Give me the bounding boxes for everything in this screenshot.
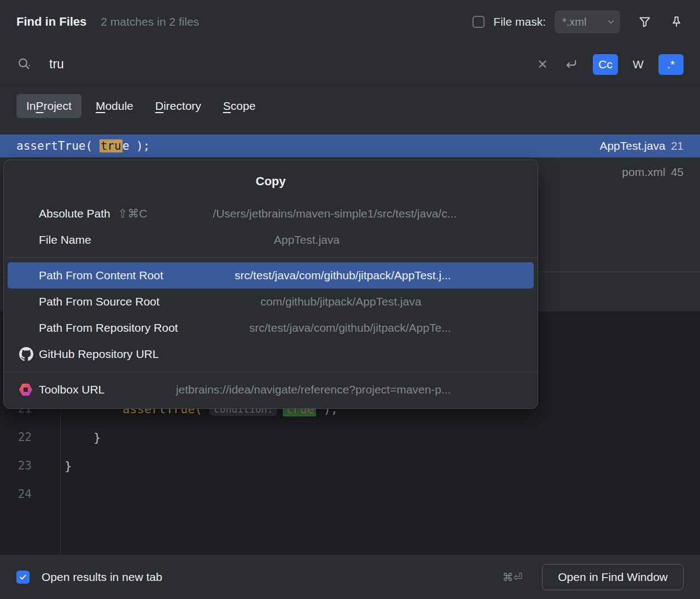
code-text: } bbox=[65, 459, 72, 473]
menu-item-value: /Users/jetbrains/maven-simple1/src/test/… bbox=[148, 207, 522, 220]
menu-item-value: src/test/java/com/github/jitpack/AppTe..… bbox=[178, 321, 522, 334]
menu-item-absolute-path[interactable]: Absolute Path ⇧⌘C /Users/jetbrains/maven… bbox=[4, 201, 538, 227]
menu-item-toolbox-url[interactable]: Toolbox URL jetbrains://idea/navigate/re… bbox=[4, 377, 538, 403]
file-mask-label: File mask: bbox=[493, 15, 546, 28]
result-location: pom.xml 45 bbox=[622, 166, 684, 179]
menu-item-path-from-repository-root[interactable]: Path From Repository Root src/test/java/… bbox=[4, 315, 538, 341]
menu-separator bbox=[4, 257, 538, 258]
menu-item-path-from-source-root[interactable]: Path From Source Root com/github/jitpack… bbox=[4, 289, 538, 315]
words-toggle[interactable]: W bbox=[626, 54, 651, 75]
menu-separator bbox=[4, 372, 538, 372]
find-in-files-dialog: Find in Files 2 matches in 2 files File … bbox=[0, 0, 700, 599]
code-line: 24 bbox=[0, 480, 700, 508]
file-mask-combobox[interactable]: *.xml bbox=[555, 10, 620, 33]
filter-icon[interactable] bbox=[638, 15, 652, 29]
dialog-title: Find in Files bbox=[16, 15, 86, 29]
search-icon[interactable] bbox=[16, 56, 33, 73]
menu-item-value: com/github/jitpack/AppTest.java bbox=[160, 295, 522, 308]
match-highlight: tru bbox=[100, 139, 122, 152]
regex-toggle[interactable]: .* bbox=[658, 54, 684, 75]
result-code: assertTrue( true ); bbox=[16, 139, 150, 152]
toolbox-icon bbox=[19, 383, 39, 396]
new-line-icon[interactable] bbox=[563, 57, 579, 72]
scope-tabs: In Project Module Directory Scope bbox=[0, 85, 700, 127]
menu-item-value: AppTest.java bbox=[91, 233, 522, 246]
scope-tab-in-project[interactable]: In Project bbox=[16, 94, 81, 118]
file-mask-value: *.xml bbox=[555, 16, 602, 28]
line-number: 24 bbox=[0, 488, 32, 501]
result-line-number: 21 bbox=[671, 139, 684, 152]
code-line: 22 } bbox=[0, 423, 700, 451]
result-file-label: AppTest.java bbox=[599, 139, 665, 152]
search-result-row-selected[interactable]: assertTrue( true ); AppTest.java 21 bbox=[0, 134, 700, 157]
menu-item-value: src/test/java/com/github/jitpack/AppTest… bbox=[164, 269, 522, 282]
shortcut-hint: ⌘⏎ bbox=[502, 571, 522, 584]
popup-title: Copy bbox=[4, 162, 538, 201]
menu-item-github-repository-url[interactable]: GitHub Repository URL bbox=[4, 341, 538, 367]
pin-icon[interactable] bbox=[669, 15, 684, 29]
shortcut-label: ⇧⌘C bbox=[118, 207, 148, 220]
open-results-label: Open results in new tab bbox=[42, 571, 162, 584]
match-summary: 2 matches in 2 files bbox=[101, 15, 199, 28]
menu-item-file-name[interactable]: File Name AppTest.java bbox=[4, 227, 538, 253]
clear-search-icon[interactable]: ✕ bbox=[537, 58, 548, 71]
search-input[interactable]: tru bbox=[49, 57, 64, 72]
file-mask-checkbox[interactable] bbox=[472, 16, 485, 28]
code-text: } bbox=[65, 431, 101, 444]
github-icon bbox=[19, 347, 39, 361]
title-bar: Find in Files 2 matches in 2 files File … bbox=[0, 0, 700, 44]
menu-item-path-from-content-root[interactable]: Path From Content Root src/test/java/com… bbox=[8, 262, 534, 289]
chevron-down-icon bbox=[602, 17, 620, 27]
copy-popup: Copy Absolute Path ⇧⌘C /Users/jetbrains/… bbox=[3, 160, 538, 409]
scope-tab-directory[interactable]: Directory bbox=[155, 99, 201, 113]
result-location: AppTest.java 21 bbox=[599, 139, 684, 152]
match-case-toggle[interactable]: Cc bbox=[593, 54, 618, 75]
code-line: 23 } bbox=[0, 451, 700, 480]
scope-tab-scope[interactable]: Scope bbox=[223, 99, 256, 113]
search-row: tru ✕ Cc W .* bbox=[0, 44, 700, 85]
open-results-checkbox[interactable] bbox=[16, 571, 30, 584]
footer-bar: Open results in new tab ⌘⏎ Open in Find … bbox=[0, 554, 700, 599]
open-in-find-window-button[interactable]: Open in Find Window bbox=[542, 564, 684, 590]
line-number: 23 bbox=[0, 459, 32, 472]
scope-tab-module[interactable]: Module bbox=[96, 99, 133, 113]
result-line-number: 45 bbox=[671, 166, 684, 179]
line-number: 22 bbox=[0, 431, 32, 444]
result-file-label: pom.xml bbox=[622, 166, 665, 179]
menu-item-value: jetbrains://idea/navigate/reference?proj… bbox=[104, 383, 522, 396]
